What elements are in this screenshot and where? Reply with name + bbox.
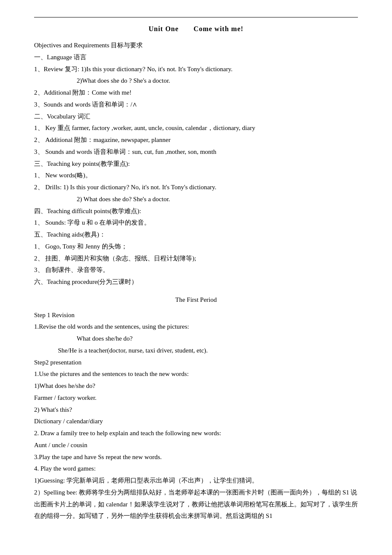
top-divider [34,17,358,17]
document-title: Unit One Come with me! [34,25,358,33]
s3-item1: 1、 New words(略)。 [34,170,358,182]
step4-guessing: 1)Guessing: 学完新单词后，老师用口型表示出单词（不出声），让学生们猜… [34,475,358,487]
s1-item2: 2、Additional 附加：Come with me! [34,87,358,99]
step2-body1: 1.Use the pictures and the sentences to … [34,368,358,380]
period-title: The First Period [34,294,358,306]
step1-a: She/He is a teacher(doctor, nurse, taxi … [58,345,358,357]
s3-item2-cont: 2) What does she do? She's a doctor. [77,194,358,205]
s1-item1: 1、Review 复习: 1)Is this your dictionary? … [34,64,358,75]
step1-header: Step 1 Revision [34,309,358,321]
step1-body: 1.Revise the old words and the sentences… [34,321,358,333]
s1-item3: 3、Sounds and words 语音和单词：/∧ [34,99,358,111]
step2-a1: Farmer / factory worker. [34,392,358,404]
s4-item1: 1、 Sounds: 字母 u 和 o 在单词中的发音。 [34,217,358,229]
step1-q: What does she/he do? [77,333,358,345]
step4-spelling: 2）Spelling bee: 教师将学生分为两组排队站好，当老师举起本课的一张… [34,487,358,522]
step2-a2: Dictionary / calendar/diary [34,416,358,428]
section5-header: 五、Teaching aids(教具)： [34,229,358,241]
s2-item1: 1、 Key 重点 farmer, factory ,worker, aunt,… [34,122,358,134]
section1-header: 一、Language 语言 [34,52,358,64]
s5-item2: 2、 挂图、单词图片和实物（杂志、报纸、日程计划簿等); [34,253,358,265]
section3-header: 三、Teaching key points(教学重点): [34,158,358,170]
step2-family: Aunt / uncle / cousin [34,439,358,451]
main-content: Objectives and Requirements 目标与要求 一、Lang… [34,40,358,522]
section4-header: 四、Teaching difficult points(教学难点): [34,205,358,217]
section2-header: 二、Vocabulary 词汇 [34,111,358,123]
title-subtitle: Come with me! [193,25,243,32]
s5-item1: 1、 Gogo, Tony 和 Jenny 的头饰； [34,241,358,253]
s5-item3: 3、 自制课件、录音带等。 [34,264,358,276]
s2-item3: 3、 Sounds and words 语音和单词：sun, cut, fun … [34,146,358,158]
step2-header: Step2 presentation [34,357,358,369]
objectives-header: Objectives and Requirements 目标与要求 [34,40,358,52]
section6-header: 六、Teaching procedure(分为三课时） [34,276,358,288]
title-unit: Unit One [149,25,179,32]
s1-item1-cont: 2)What does she do ? She's a doctor. [77,75,358,87]
step4-header: 4. Play the word games: [34,463,358,475]
step3-body: 3.Play the tape and have Ss repeat the n… [34,451,358,463]
s3-item2: 2、 Drills: 1) Is this your dictionary? N… [34,182,358,194]
step2-body2: 2. Draw a family tree to help explain an… [34,428,358,439]
s2-item2: 2、 Additional 附加：magazine, newspaper, pl… [34,134,358,146]
step2-q2: 2) What's this? [34,404,358,416]
step2-q1: 1)What does he/she do? [34,380,358,392]
